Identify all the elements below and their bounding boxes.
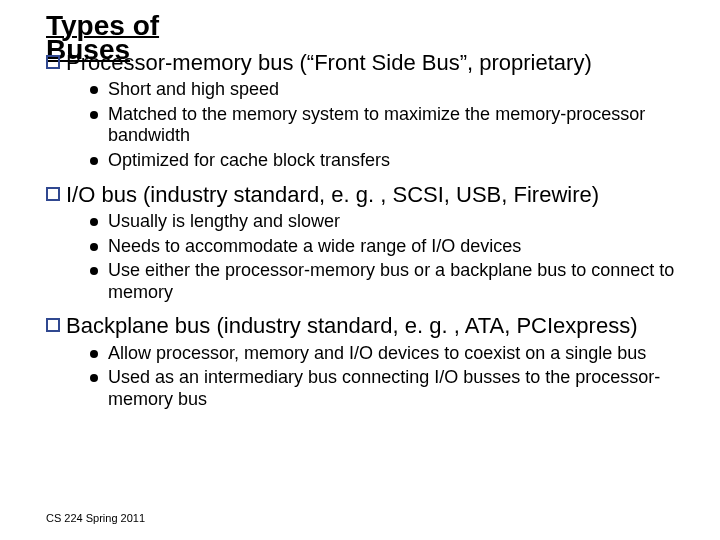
section-2-list: Usually is lengthy and slower Needs to a…	[0, 211, 720, 303]
section-heading-1-text: Processor-memory bus (“Front Side Bus”, …	[66, 50, 592, 75]
list-item: Usually is lengthy and slower	[90, 211, 690, 233]
section-3-list: Allow processor, memory and I/O devices …	[0, 343, 720, 411]
list-item: Optimized for cache block transfers	[90, 150, 690, 172]
list-item: Short and high speed	[90, 79, 690, 101]
list-item: Use either the processor-memory bus or a…	[90, 260, 690, 303]
slide: Types of Buses Processor-memory bus (“Fr…	[0, 0, 720, 540]
section-heading-2: I/O bus (industry standard, e. g. , SCSI…	[0, 182, 720, 207]
section-heading-2-text: I/O bus (industry standard, e. g. , SCSI…	[66, 182, 599, 207]
footer-text: CS 224 Spring 2011	[46, 512, 145, 524]
section-heading-3-text: Backplane bus (industry standard, e. g. …	[66, 313, 637, 338]
list-item: Allow processor, memory and I/O devices …	[90, 343, 690, 365]
list-item: Matched to the memory system to maximize…	[90, 104, 690, 147]
square-bullet-icon	[46, 187, 60, 201]
list-item: Needs to accommodate a wide range of I/O…	[90, 236, 690, 258]
section-heading-1: Processor-memory bus (“Front Side Bus”, …	[0, 50, 720, 75]
list-item: Used as an intermediary bus connecting I…	[90, 367, 690, 410]
square-bullet-icon	[46, 318, 60, 332]
square-bullet-icon	[46, 55, 60, 69]
section-heading-3: Backplane bus (industry standard, e. g. …	[0, 313, 720, 338]
section-1-list: Short and high speed Matched to the memo…	[0, 79, 720, 171]
